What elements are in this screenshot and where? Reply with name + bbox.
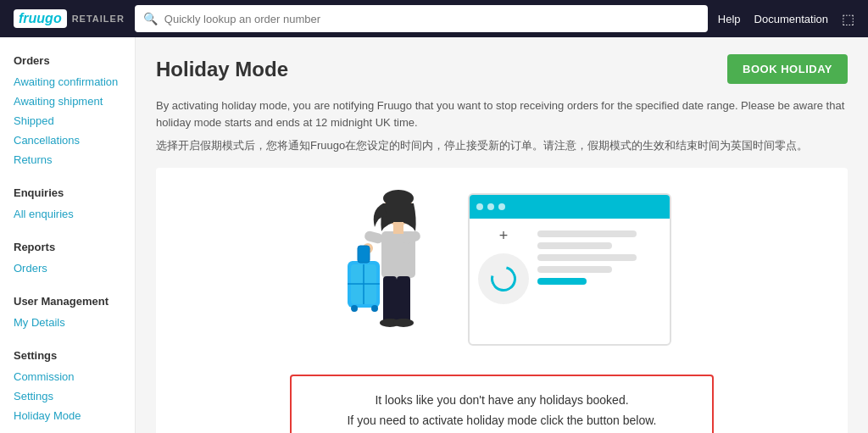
layout: Orders Awaiting confirmation Awaiting sh…: [0, 37, 868, 433]
search-input[interactable]: [164, 13, 699, 25]
page-header: Holiday Mode BOOK HOLIDAY: [156, 54, 848, 84]
search-icon: 🔍: [143, 12, 158, 25]
browser-dot-2: [487, 203, 494, 210]
browser-line-3: [537, 254, 637, 261]
sidebar-item-my-details[interactable]: My Details: [0, 313, 135, 332]
svg-point-10: [393, 319, 414, 327]
sidebar-item-settings[interactable]: Settings: [0, 386, 135, 406]
plus-icon: +: [499, 227, 509, 245]
logo-text: fruugo: [19, 11, 62, 26]
svg-rect-8: [397, 276, 410, 323]
sidebar-item-cancellations[interactable]: Cancellations: [0, 130, 135, 150]
svg-rect-3: [393, 222, 403, 234]
logout-icon[interactable]: ⬚: [842, 11, 854, 27]
header: fruugo RETAILER 🔍 Help Documentation ⬚: [0, 0, 868, 37]
sidebar-item-commission[interactable]: Commission: [0, 367, 135, 386]
header-links: Help Documentation ⬚: [718, 11, 854, 27]
person-illustration: [332, 185, 451, 354]
main-content: Holiday Mode BOOK HOLIDAY By activating …: [136, 37, 868, 433]
svg-rect-4: [364, 230, 384, 244]
browser-line-4: [537, 266, 612, 273]
browser-right-panel: [537, 227, 661, 304]
browser-body: +: [470, 219, 670, 313]
sidebar-item-returns[interactable]: Returns: [0, 150, 135, 169]
browser-left-panel: +: [478, 227, 529, 304]
browser-line-2: [537, 242, 612, 249]
page-title: Holiday Mode: [156, 58, 288, 81]
settings-section: Settings Commission Settings Holiday Mod…: [0, 346, 135, 425]
browser-line-1: [537, 230, 637, 237]
orders-section: Orders Awaiting confirmation Awaiting sh…: [0, 51, 135, 169]
browser-circle: [478, 253, 529, 304]
no-holidays-text: It looks like you don't have any holiday…: [326, 393, 678, 407]
orders-section-title: Orders: [0, 51, 135, 72]
logo-area: fruugo RETAILER: [14, 9, 125, 28]
description-en: By activating holiday mode, you are noti…: [156, 97, 848, 130]
svg-point-14: [351, 305, 358, 312]
illustration-area: +: [332, 185, 671, 354]
sidebar-item-all-enquiries[interactable]: All enquiries: [0, 204, 135, 224]
help-link[interactable]: Help: [718, 13, 741, 25]
sidebar: Orders Awaiting confirmation Awaiting sh…: [0, 37, 136, 433]
documentation-link[interactable]: Documentation: [754, 13, 828, 25]
svg-rect-7: [383, 276, 397, 323]
user-management-section-title: User Management: [0, 291, 135, 313]
sidebar-item-shipped[interactable]: Shipped: [0, 111, 135, 130]
browser-dot-1: [476, 203, 483, 210]
user-management-section: User Management My Details: [0, 291, 135, 332]
content-card: +: [156, 168, 848, 434]
sidebar-item-awaiting-shipment[interactable]: Awaiting shipment: [0, 92, 135, 111]
browser-line-cyan: [537, 278, 587, 285]
search-bar[interactable]: 🔍: [135, 5, 708, 32]
svg-point-15: [371, 305, 378, 312]
book-holiday-top-button[interactable]: BOOK HOLIDAY: [727, 54, 848, 84]
sidebar-item-reports-orders[interactable]: Orders: [0, 258, 135, 278]
svg-rect-13: [358, 246, 370, 263]
sidebar-item-holiday-mode[interactable]: Holiday Mode: [0, 406, 135, 425]
enquiries-section-title: Enquiries: [0, 183, 135, 204]
settings-section-title: Settings: [0, 346, 135, 367]
no-holidays-subtext: If you need to activate holiday mode cli…: [326, 414, 678, 427]
browser-mockup: +: [468, 193, 671, 346]
retailer-label: RETAILER: [72, 14, 125, 24]
enquiries-section: Enquiries All enquiries: [0, 183, 135, 224]
logo-image: fruugo: [14, 9, 67, 28]
sidebar-item-awaiting-confirmation[interactable]: Awaiting confirmation: [0, 72, 135, 92]
browser-dot-3: [498, 203, 505, 210]
circle-chart: [487, 261, 521, 296]
description-zh: 选择开启假期模式后，您将通知Fruugo在您设定的时间内，停止接受新的订单。请注…: [156, 137, 848, 154]
browser-bar: [470, 195, 670, 219]
reports-section: Reports Orders: [0, 237, 135, 278]
no-holidays-box: It looks like you don't have any holiday…: [290, 375, 714, 434]
reports-section-title: Reports: [0, 237, 135, 258]
